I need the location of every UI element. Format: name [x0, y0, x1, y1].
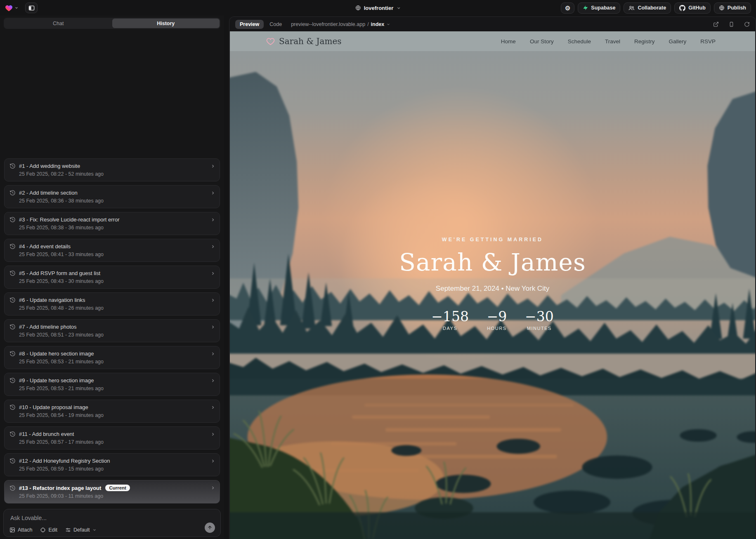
- sliders-icon: [65, 527, 71, 533]
- chevron-down-icon: [92, 528, 97, 532]
- send-button[interactable]: [205, 523, 215, 533]
- history-item-title: #1 - Add wedding website: [19, 163, 80, 169]
- publish-label: Publish: [728, 5, 746, 11]
- countdown-minutes: −30MINUTES: [525, 308, 554, 331]
- history-icon: [9, 190, 16, 196]
- countdown-label: HOURS: [484, 326, 510, 331]
- history-item[interactable]: #9 - Update hero section image 25 Feb 20…: [4, 373, 220, 396]
- history-icon: [9, 485, 16, 491]
- chevron-right-icon: [210, 459, 215, 464]
- history-item[interactable]: #3 - Fix: Resolve Lucide-react import er…: [4, 212, 220, 235]
- countdown-value: −30: [525, 308, 554, 325]
- countdown-value: −9: [484, 308, 510, 325]
- history-item-timestamp: 25 Feb 2025, 08:48 - 26 minutes ago: [19, 305, 207, 311]
- open-in-new-window-icon[interactable]: [713, 21, 719, 27]
- globe-icon: [355, 5, 361, 11]
- github-label: GitHub: [688, 5, 706, 11]
- chevron-right-icon: [210, 298, 215, 303]
- history-item[interactable]: #10 - Update proposal image 25 Feb 2025,…: [4, 400, 220, 423]
- github-button[interactable]: GitHub: [674, 2, 711, 14]
- attach-label: Attach: [18, 527, 32, 533]
- history-item-title: #7 - Add timeline photos: [19, 324, 76, 330]
- publish-button[interactable]: Publish: [714, 2, 751, 14]
- arrow-up-icon: [207, 525, 213, 530]
- nav-link-rsvp[interactable]: RSVP: [700, 38, 716, 45]
- history-icon: [9, 458, 16, 464]
- sidebar-tabs: Chat History: [4, 18, 220, 29]
- history-item[interactable]: #1 - Add wedding website 25 Feb 2025, 08…: [4, 158, 220, 181]
- lovable-logo-menu[interactable]: [5, 5, 19, 12]
- history-item-timestamp: 25 Feb 2025, 08:57 - 17 minutes ago: [19, 439, 207, 445]
- hero-date-location: September 21, 2024 • New York City: [307, 285, 678, 293]
- history-item-timestamp: 25 Feb 2025, 08:36 - 38 minutes ago: [19, 198, 207, 204]
- edit-button[interactable]: Edit: [40, 527, 57, 533]
- history-item-title: #9 - Update hero section image: [19, 377, 94, 384]
- ask-lovable-input[interactable]: [4, 509, 220, 521]
- history-icon: [9, 404, 16, 410]
- refresh-icon[interactable]: [744, 21, 750, 27]
- toggle-sidebar-button[interactable]: [25, 2, 38, 13]
- hero-section: WE'RE GETTING MARRIED Sarah & James Sept…: [307, 237, 678, 331]
- chevron-right-icon: [210, 485, 215, 490]
- history-item[interactable]: #4 - Add event details 25 Feb 2025, 08:4…: [4, 239, 220, 262]
- project-selector[interactable]: lovefrontier: [355, 0, 401, 16]
- tab-code[interactable]: Code: [269, 21, 282, 27]
- history-item[interactable]: #11 - Add brunch event 25 Feb 2025, 08:5…: [4, 426, 220, 450]
- history-item-title: #10 - Update proposal image: [19, 404, 88, 410]
- history-item-title: #4 - Add event details: [19, 243, 71, 249]
- tab-chat[interactable]: Chat: [5, 19, 112, 28]
- countdown-value: −158: [431, 308, 469, 325]
- countdown-label: DAYS: [431, 326, 469, 331]
- history-item-timestamp: 25 Feb 2025, 08:53 - 21 minutes ago: [19, 359, 207, 365]
- image-icon: [9, 527, 15, 533]
- history-item[interactable]: #5 - Add RSVP form and guest list 25 Feb…: [4, 266, 220, 289]
- nav-link-home[interactable]: Home: [501, 38, 516, 45]
- settings-button[interactable]: ⚙: [561, 2, 574, 14]
- chevron-down-icon: [386, 22, 390, 26]
- hero-title: Sarah & James: [307, 248, 678, 276]
- tab-preview[interactable]: Preview: [235, 20, 264, 29]
- chevron-right-icon: [210, 191, 215, 195]
- chat-history-sidebar: Chat History #1 - Add wedding website 25…: [0, 16, 224, 539]
- heart-icon: [266, 38, 275, 45]
- history-item[interactable]: #7 - Add timeline photos 25 Feb 2025, 08…: [4, 319, 220, 342]
- prompt-composer: Attach Edit Default: [3, 509, 221, 537]
- nav-link-schedule[interactable]: Schedule: [568, 38, 591, 45]
- preview-url-page: index: [371, 21, 385, 27]
- chevron-right-icon: [210, 378, 215, 383]
- history-item-title: #13 - Refactor index page layout: [19, 485, 101, 491]
- nav-link-registry[interactable]: Registry: [634, 38, 655, 45]
- chevron-right-icon: [210, 164, 215, 169]
- history-icon: [9, 351, 16, 357]
- history-item-timestamp: 25 Feb 2025, 08:41 - 33 minutes ago: [19, 252, 207, 257]
- nav-link-our-story[interactable]: Our Story: [530, 38, 554, 45]
- history-item[interactable]: #2 - Add timeline section 25 Feb 2025, 0…: [4, 185, 220, 208]
- mobile-view-icon[interactable]: [729, 21, 734, 27]
- preview-panel: Preview Code preview--lovefrontier.lovab…: [229, 16, 756, 539]
- history-icon: [9, 270, 16, 276]
- history-item-timestamp: 25 Feb 2025, 09:03 - 11 minutes ago: [19, 493, 207, 499]
- collaborate-label: Collaborate: [638, 5, 666, 11]
- attach-button[interactable]: Attach: [9, 527, 32, 533]
- gear-icon: ⚙: [565, 5, 570, 11]
- chat-mode-selector[interactable]: Default: [65, 527, 97, 533]
- history-item[interactable]: #12 - Add Honeyfund Registry Section 25 …: [4, 453, 220, 476]
- preview-url[interactable]: preview--lovefrontier.lovable.app / inde…: [291, 21, 390, 27]
- history-item-title: #3 - Fix: Resolve Lucide-react import er…: [19, 217, 119, 223]
- history-item[interactable]: #6 - Update navigation links 25 Feb 2025…: [4, 292, 220, 315]
- collaborate-button[interactable]: Collaborate: [624, 2, 671, 14]
- current-badge: Current: [105, 485, 130, 491]
- history-item-title: #11 - Add brunch event: [19, 431, 74, 437]
- tab-history[interactable]: History: [112, 19, 220, 28]
- history-item[interactable]: #13 - Refactor index page layout Current…: [4, 480, 220, 504]
- nav-link-travel[interactable]: Travel: [605, 38, 620, 45]
- supabase-button[interactable]: Supabase: [578, 2, 620, 14]
- nav-link-gallery[interactable]: Gallery: [669, 38, 686, 45]
- countdown: −158DAYS−9HOURS−30MINUTES: [307, 308, 678, 331]
- site-logo[interactable]: Sarah & James: [266, 36, 342, 46]
- lovable-app: lovefrontier ⚙ Supabase Collaborate: [0, 0, 756, 539]
- history-icon: [9, 324, 16, 330]
- preview-url-separator: /: [367, 21, 369, 27]
- history-item[interactable]: #8 - Update hero section image 25 Feb 20…: [4, 346, 220, 369]
- history-item-timestamp: 25 Feb 2025, 08:38 - 36 minutes ago: [19, 225, 207, 231]
